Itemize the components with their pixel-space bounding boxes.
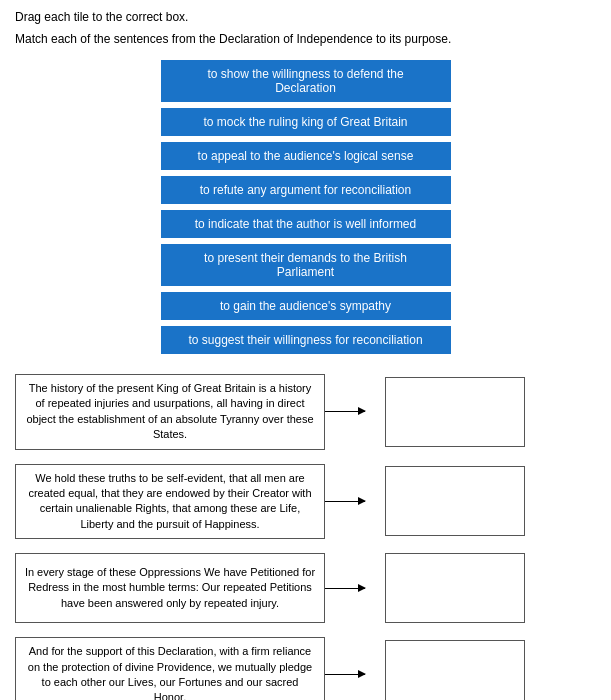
match-4-arrow (325, 674, 385, 675)
match-2-arrow (325, 501, 385, 502)
match-1-drop-box[interactable] (385, 377, 525, 447)
tile-1[interactable]: to show the willingness to defend the De… (161, 60, 451, 102)
tile-6[interactable]: to present their demands to the British … (161, 244, 451, 286)
match-3-text: In every stage of these Oppressions We h… (15, 553, 325, 623)
tile-8[interactable]: to suggest their willingness for reconci… (161, 326, 451, 354)
match-2-drop-box[interactable] (385, 466, 525, 536)
match-4-row: And for the support of this Declaration,… (15, 637, 596, 700)
tile-5[interactable]: to indicate that the author is well info… (161, 210, 451, 238)
match-1-text: The history of the present King of Great… (15, 374, 325, 450)
match-1-arrow (325, 411, 385, 412)
match-1-row: The history of the present King of Great… (15, 374, 596, 450)
tile-2[interactable]: to mock the ruling king of Great Britain (161, 108, 451, 136)
tile-3[interactable]: to appeal to the audience's logical sens… (161, 142, 451, 170)
tiles-container: to show the willingness to defend the De… (15, 60, 596, 354)
tile-4[interactable]: to refute any argument for reconciliatio… (161, 176, 451, 204)
match-2-row: We hold these truths to be self-evident,… (15, 464, 596, 540)
tile-7[interactable]: to gain the audience's sympathy (161, 292, 451, 320)
match-3-arrow (325, 588, 385, 589)
matching-section: The history of the present King of Great… (15, 374, 596, 700)
match-2-text: We hold these truths to be self-evident,… (15, 464, 325, 540)
match-3-drop-box[interactable] (385, 553, 525, 623)
match-3-row: In every stage of these Oppressions We h… (15, 553, 596, 623)
match-4-drop-box[interactable] (385, 640, 525, 700)
instruction-line1: Drag each tile to the correct box. (15, 10, 596, 24)
instruction-line2: Match each of the sentences from the Dec… (15, 32, 596, 46)
match-4-text: And for the support of this Declaration,… (15, 637, 325, 700)
